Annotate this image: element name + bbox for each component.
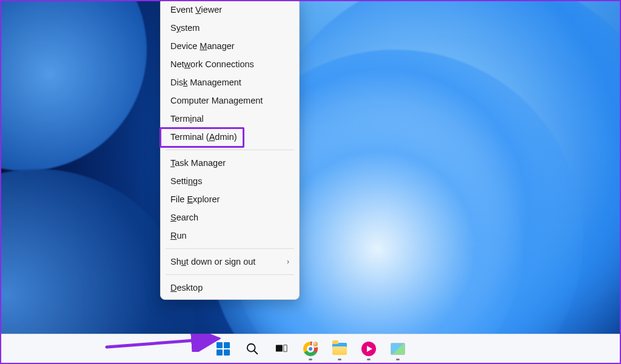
menu-separator <box>166 248 294 249</box>
file-explorer-button[interactable] <box>327 337 352 361</box>
menu-item-shut-down-or-sign-out[interactable]: Shut down or sign out› <box>161 253 299 271</box>
menu-item-label: Device Manager <box>170 41 235 51</box>
menu-item-label: Computer Management <box>170 96 263 105</box>
menu-item-settings[interactable]: Settings <box>161 172 299 190</box>
svg-rect-2 <box>276 345 283 351</box>
menu-item-device-manager[interactable]: Device Manager <box>161 37 299 55</box>
menu-item-system[interactable]: System <box>161 19 299 37</box>
menu-separator <box>166 150 294 150</box>
desktop-wallpaper <box>1 1 620 363</box>
menu-item-label: Disk Management <box>170 78 241 87</box>
menu-item-task-manager[interactable]: Task Manager <box>161 154 299 172</box>
menu-item-run[interactable]: Run <box>161 227 299 245</box>
menu-item-search[interactable]: Search <box>161 208 299 227</box>
control-panel-icon <box>391 343 405 355</box>
control-panel-button[interactable] <box>386 337 410 361</box>
start-button[interactable] <box>211 337 235 361</box>
menu-item-computer-management[interactable]: Computer Management <box>161 91 299 110</box>
search-button[interactable] <box>240 337 264 361</box>
menu-item-label: Search <box>170 213 198 222</box>
menu-item-network-connections[interactable]: Network Connections <box>161 55 299 73</box>
menu-item-label: Shut down or sign out <box>170 257 255 266</box>
menu-item-label: File Explorer <box>170 194 220 204</box>
chrome-icon <box>303 342 318 356</box>
play-circle-icon <box>361 342 376 356</box>
menu-item-label: Event Viewer <box>170 5 222 15</box>
media-app-button[interactable] <box>357 337 381 361</box>
svg-line-1 <box>254 350 258 354</box>
menu-item-label: Task Manager <box>170 158 226 168</box>
menu-item-label: Settings <box>170 176 202 186</box>
folder-icon <box>332 343 347 355</box>
menu-item-label: Run <box>170 231 187 240</box>
task-view-button[interactable] <box>269 337 294 361</box>
taskbar <box>1 334 620 363</box>
menu-item-label: Terminal (Admin) <box>170 132 237 142</box>
menu-item-label: Desktop <box>170 283 203 293</box>
power-user-menu: Event ViewerSystemDevice ManagerNetwork … <box>160 0 300 300</box>
menu-separator <box>166 274 294 275</box>
menu-item-label: System <box>170 23 200 33</box>
profile-badge-icon <box>312 340 319 348</box>
menu-item-disk-management[interactable]: Disk Management <box>161 73 299 91</box>
menu-item-file-explorer[interactable]: File Explorer <box>161 190 299 208</box>
chevron-right-icon: › <box>287 257 289 266</box>
windows-logo-icon <box>217 342 230 356</box>
magnifier-icon <box>246 342 259 356</box>
svg-rect-3 <box>284 345 287 351</box>
chrome-button[interactable] <box>298 337 323 361</box>
menu-item-desktop[interactable]: Desktop <box>161 279 299 297</box>
menu-item-terminal-admin[interactable]: Terminal (Admin) <box>161 128 299 146</box>
menu-item-event-viewer[interactable]: Event Viewer <box>161 1 299 19</box>
task-view-icon <box>275 342 288 356</box>
menu-item-label: Terminal <box>170 114 204 124</box>
menu-item-label: Network Connections <box>170 59 254 69</box>
menu-item-terminal[interactable]: Terminal <box>161 110 299 128</box>
